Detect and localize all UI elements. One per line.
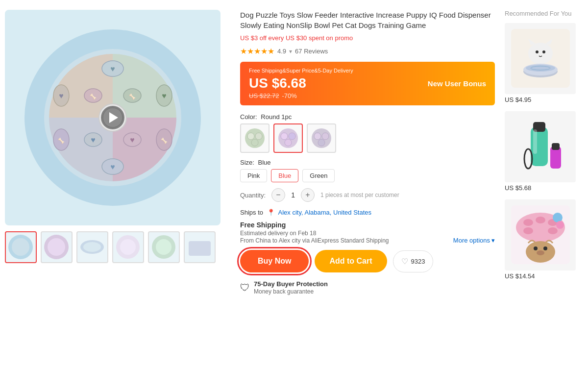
svg-point-66 (523, 219, 533, 226)
svg-point-36 (247, 133, 254, 140)
svg-text:♥: ♥ (130, 136, 135, 144)
rating-row: ★★★★★ 4.9 ▾ 67 Reviews (240, 47, 495, 56)
wishlist-count: 9323 (411, 258, 425, 265)
shield-icon: 🛡 (240, 282, 250, 294)
svg-rect-60 (533, 129, 537, 154)
price-banner-left: Free Shipping&Super Price&5-Day Delivery… (249, 68, 353, 99)
svg-point-72 (534, 246, 538, 250)
svg-rect-34 (189, 241, 211, 256)
product-images: ♥ ♥ 🦴 ♥ 🦴 ♥ 🦴 🦴 (5, 10, 230, 295)
quantity-note: 1 pieces at most per customer (320, 192, 399, 198)
svg-point-42 (285, 139, 292, 146)
quantity-increase[interactable]: + (301, 188, 315, 202)
rec-price-2: US $5.68 (505, 184, 583, 192)
size-green[interactable]: Green (302, 169, 335, 182)
promo-text: US $3 off every US $30 spent on promo (240, 34, 495, 42)
rec-item-2[interactable]: US $5.68 (505, 111, 583, 192)
svg-point-48 (528, 43, 553, 64)
estimated-delivery: Estimated delivery on Feb 18 (240, 230, 495, 237)
quantity-section: Quantity: − 1 + 1 pieces at most per cus… (240, 188, 495, 202)
thumbnail-4[interactable] (112, 231, 144, 263)
old-price: US $22.72 (249, 92, 279, 99)
svg-point-73 (543, 246, 547, 250)
rating-number: 4.9 (277, 48, 286, 55)
color-option-section: Color: Round 1pc (240, 113, 495, 153)
svg-point-29 (83, 242, 101, 252)
discount-pct: -70% (282, 92, 296, 99)
color-option-2[interactable] (273, 123, 303, 153)
more-options-link[interactable]: More options ▾ (453, 237, 495, 244)
thumbnail-5[interactable] (148, 231, 180, 263)
svg-text:🦴: 🦴 (161, 137, 168, 144)
size-pink[interactable]: Pink (240, 169, 267, 182)
rec-price-1: US $4.95 (505, 96, 583, 103)
svg-point-74 (537, 250, 544, 255)
thumbnail-6[interactable] (184, 231, 216, 263)
rec-image-1 (505, 23, 576, 94)
svg-point-67 (536, 217, 545, 223)
current-price: US $6.68 (249, 75, 353, 91)
svg-point-37 (255, 133, 262, 140)
svg-point-51 (536, 50, 539, 53)
svg-point-38 (251, 139, 258, 146)
rec-image-3 (505, 199, 576, 270)
quantity-decrease[interactable]: − (271, 188, 285, 202)
protection-title: 75-Day Buyer Protection (254, 280, 328, 288)
free-shipping-label: Free Shipping&Super Price&5-Day Delivery (249, 68, 353, 74)
thumbnail-list (5, 231, 230, 263)
shipping-section: Free Shipping Estimated delivery on Feb … (240, 221, 495, 244)
wishlist-button[interactable]: ♡ 9323 (393, 250, 434, 272)
new-user-bonus: New User Bonus (428, 79, 486, 89)
svg-point-31 (120, 239, 136, 255)
color-option-3[interactable] (307, 123, 336, 153)
free-shipping-text: Free Shipping (240, 221, 495, 229)
thumbnail-1[interactable] (5, 231, 37, 263)
svg-text:♥: ♥ (162, 92, 167, 100)
color-option-1[interactable] (240, 123, 270, 153)
buy-now-wrapper: Buy Now (240, 250, 309, 272)
size-blue[interactable]: Blue (271, 169, 298, 182)
svg-text:♥: ♥ (110, 163, 115, 171)
video-play-button[interactable] (101, 106, 124, 129)
buy-now-button[interactable]: Buy Now (240, 250, 309, 272)
svg-point-27 (48, 238, 65, 256)
protection-sub: Money back guarantee (254, 288, 314, 295)
old-price-row: US $22.72 -70% (249, 92, 353, 99)
recommendations-title: Recommended For You (505, 10, 583, 18)
quantity-label: Quantity: (240, 192, 266, 199)
thumbnail-2[interactable] (41, 231, 73, 263)
quantity-value: 1 (285, 191, 301, 199)
review-count: 67 Reviews (295, 48, 328, 55)
action-row: Buy Now Add to Cart ♡ 9323 (240, 250, 495, 272)
recommendations-panel: Recommended For You (505, 10, 583, 295)
svg-point-75 (553, 213, 563, 222)
rating-caret: ▾ (289, 48, 292, 55)
svg-text:🦴: 🦴 (129, 93, 136, 100)
svg-point-44 (314, 133, 321, 140)
size-label: Size: Blue (240, 159, 495, 166)
svg-rect-62 (552, 143, 560, 150)
add-to-cart-button[interactable]: Add to Cart (315, 250, 387, 272)
product-details: Dog Puzzle Toys Slow Feeder Interactive … (240, 10, 495, 295)
buyer-protection: 🛡 75-Day Buyer Protection Money back gua… (240, 280, 495, 295)
quantity-control: − 1 + (271, 188, 315, 202)
color-selected: Round 1pc (261, 113, 292, 121)
svg-point-46 (318, 139, 325, 146)
svg-text:♥: ♥ (59, 92, 64, 100)
rec-item-3[interactable]: US $14.54 (505, 199, 583, 280)
page-wrapper: ♥ ♥ 🦴 ♥ 🦴 ♥ 🦴 🦴 (0, 0, 588, 305)
chevron-down-icon: ▾ (491, 237, 495, 244)
svg-text:🦴: 🦴 (90, 93, 97, 100)
rec-item-1[interactable]: US $4.95 (505, 23, 583, 103)
svg-point-41 (289, 133, 295, 140)
location-link[interactable]: Alex city, Alabama, United States (278, 209, 372, 216)
svg-point-76 (556, 221, 564, 229)
thumbnail-3[interactable] (76, 231, 108, 263)
size-selected: Blue (258, 159, 271, 166)
svg-point-52 (542, 50, 545, 53)
color-buttons (240, 123, 495, 153)
svg-point-69 (523, 227, 533, 234)
svg-text:🦴: 🦴 (58, 137, 65, 144)
product-title: Dog Puzzle Toys Slow Feeder Interactive … (240, 10, 495, 30)
star-rating: ★★★★★ (240, 47, 274, 56)
